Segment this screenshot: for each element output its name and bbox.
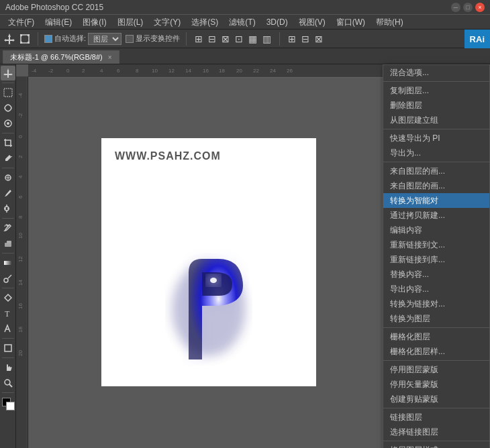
transform-tool-icon[interactable] [18, 32, 32, 46]
align-top-icon[interactable]: ⊡ [233, 34, 245, 44]
svg-point-9 [7, 122, 9, 125]
ctx-export-as[interactable]: 导出为... [383, 146, 489, 160]
hand-tool[interactable] [1, 360, 15, 375]
options-divider-1 [38, 32, 38, 46]
brush-tool[interactable] [1, 186, 15, 201]
shape-tool[interactable] [1, 341, 15, 355]
3d-button[interactable]: RAi [464, 30, 490, 48]
ctx-sep-6 [383, 408, 489, 408]
svg-text:12: 12 [17, 256, 23, 262]
pen-tool[interactable] [1, 290, 15, 305]
close-button[interactable]: × [475, 3, 485, 12]
ctx-relink-to-library[interactable]: 重新链接到库... [383, 252, 489, 267]
ctx-relink-to-file[interactable]: 重新链接到文... [383, 237, 489, 252]
svg-line-23 [8, 275, 11, 278]
ctx-copy-layer-style[interactable]: 拷贝图层样式 [383, 443, 489, 448]
history-brush-tool[interactable] [1, 221, 15, 235]
minimize-button[interactable]: ─ [451, 3, 460, 12]
auto-select-checkbox[interactable] [44, 35, 52, 43]
show-transform-option: 显示变换控件 [126, 34, 180, 44]
svg-point-27 [5, 380, 10, 385]
menu-window[interactable]: 窗口(W) [331, 15, 371, 30]
ctx-convert-linked[interactable]: 转换为链接对... [383, 296, 489, 311]
menu-edit[interactable]: 编辑(E) [40, 15, 77, 30]
ctx-convert-to-layer[interactable]: 转换为图层 [383, 311, 489, 326]
menu-image[interactable]: 图像(I) [77, 15, 111, 30]
ctx-duplicate-layer[interactable]: 复制图层... [383, 83, 489, 98]
ctx-disable-layer-mask[interactable]: 停用图层蒙版 [383, 362, 489, 377]
menu-select[interactable]: 选择(S) [186, 15, 224, 30]
ctx-select-linked[interactable]: 选择链接图层 [383, 425, 489, 439]
tab-close-1[interactable]: × [108, 54, 112, 61]
zoom-tool[interactable] [1, 376, 15, 390]
svg-text:-2: -2 [17, 113, 23, 118]
distribute-left-icon[interactable]: ⊞ [286, 34, 298, 44]
align-options: ⊞ ⊟ ⊠ ⊡ ▦ ▥ [193, 34, 273, 44]
auto-select-dropdown[interactable]: 图层 组 [88, 33, 121, 45]
svg-text:18: 18 [219, 68, 225, 74]
ctx-edit-contents[interactable]: 编辑内容 [383, 223, 489, 237]
align-left-icon[interactable]: ⊞ [193, 34, 205, 44]
ctx-rasterize-layer[interactable]: 栅格化图层 [383, 329, 489, 344]
ctx-disable-vector-mask[interactable]: 停用矢量蒙版 [383, 377, 489, 392]
main-layout: T -4 -2 0 [0, 64, 490, 448]
ctx-link-layers[interactable]: 链接图层 [383, 410, 489, 425]
eyedropper-tool[interactable] [1, 151, 15, 166]
ctx-artboard-from-layer-1[interactable]: 来自图层的画... [383, 164, 489, 178]
ctx-rasterize-layer-style[interactable]: 栅格化图层样... [383, 344, 489, 359]
ctx-group-from-layer[interactable]: 从图层建立组 [383, 113, 489, 127]
path-select-tool[interactable] [1, 321, 15, 336]
menu-help[interactable]: 帮助(H) [371, 15, 409, 30]
clone-tool[interactable] [1, 201, 15, 216]
document-canvas[interactable]: WWW.PSAHZ.COM [101, 138, 316, 386]
align-middle-icon[interactable]: ▦ [246, 34, 259, 44]
maximize-button[interactable]: □ [463, 3, 473, 12]
eraser-tool[interactable] [1, 236, 15, 251]
ctx-new-via-copy[interactable]: 通过拷贝新建... [383, 208, 489, 223]
menu-layer[interactable]: 图层(L) [112, 15, 149, 30]
svg-text:14: 14 [17, 280, 23, 286]
show-transform-checkbox[interactable] [126, 35, 134, 43]
ctx-quick-export[interactable]: 快速导出为 PI [383, 131, 489, 146]
ruler-top-marks: -4 -2 0 2 4 6 8 10 12 14 16 18 20 22 24 … [28, 64, 389, 76]
menu-filter[interactable]: 滤镜(T) [224, 15, 260, 30]
heal-tool[interactable] [1, 170, 15, 185]
ctx-export-contents[interactable]: 导出内容... [383, 282, 489, 296]
menu-view[interactable]: 视图(V) [293, 15, 331, 30]
marquee-tool[interactable] [1, 85, 15, 100]
ctx-artboard-from-layer-2[interactable]: 来自图层的画... [383, 178, 489, 193]
svg-rect-26 [5, 345, 11, 351]
move-tool-icon[interactable] [3, 32, 16, 46]
tab-bar: 未标题-1 @ 66.7%(RGB/8#) × [0, 48, 490, 64]
ctx-blend-options[interactable]: 混合选项... [383, 65, 489, 80]
dodge-tool[interactable] [1, 271, 15, 286]
toolbar-sep-3 [2, 168, 14, 168]
crop-tool[interactable] [1, 135, 15, 150]
ctx-convert-smart-object[interactable]: 转换为智能对 [383, 193, 489, 208]
text-tool[interactable]: T [1, 306, 15, 321]
align-bottom-icon[interactable]: ▥ [260, 34, 273, 44]
distribute-center-icon[interactable]: ⊟ [299, 34, 311, 44]
quick-select-tool[interactable] [1, 116, 15, 131]
tab-document-1[interactable]: 未标题-1 @ 66.7%(RGB/8#) × [3, 50, 119, 64]
color-swatches[interactable] [1, 396, 15, 411]
svg-text:20: 20 [236, 68, 242, 74]
svg-text:4: 4 [17, 175, 23, 178]
svg-text:0: 0 [17, 135, 23, 138]
menu-text[interactable]: 文字(Y) [148, 15, 186, 30]
align-right-icon[interactable]: ⊠ [219, 34, 232, 44]
ctx-replace-contents[interactable]: 替换内容... [383, 267, 489, 282]
menu-3d[interactable]: 3D(D) [261, 15, 293, 30]
background-color[interactable] [6, 402, 15, 410]
distribute-right-icon[interactable]: ⊠ [313, 34, 325, 44]
svg-text:-4: -4 [17, 93, 23, 98]
toolbar-sep-2 [2, 133, 14, 133]
menu-file[interactable]: 文件(F) [3, 15, 40, 30]
ctx-create-clipping-mask[interactable]: 创建剪贴蒙版 [383, 392, 489, 406]
lasso-tool[interactable] [1, 101, 15, 115]
move-tool[interactable] [1, 66, 15, 80]
align-center-icon[interactable]: ⊟ [206, 34, 218, 44]
svg-text:20: 20 [17, 350, 23, 356]
gradient-tool[interactable] [1, 256, 15, 270]
ctx-delete-layer[interactable]: 删除图层 [383, 98, 489, 113]
